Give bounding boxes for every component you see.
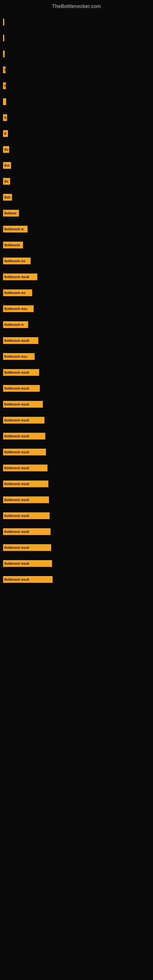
gap-spacer bbox=[3, 362, 150, 368]
bar-row: Bo bbox=[3, 145, 150, 154]
bar: B bbox=[3, 83, 6, 89]
bar bbox=[3, 19, 4, 25]
bar-row: Bottleneck re bbox=[3, 225, 150, 233]
bar-row: Bottlene bbox=[3, 209, 150, 218]
gap-spacer bbox=[3, 187, 150, 193]
gap-spacer bbox=[3, 378, 150, 384]
bar-label: Bottleneck re bbox=[4, 228, 24, 231]
gap-spacer bbox=[3, 458, 150, 464]
gap-spacer bbox=[3, 537, 150, 543]
gap-spacer bbox=[3, 298, 150, 304]
bar-row: Bottleneck result bbox=[3, 495, 150, 504]
bar-row: B bbox=[3, 65, 150, 74]
bar: Bottleneck result bbox=[3, 560, 52, 567]
gap-spacer bbox=[3, 139, 150, 145]
bar-label: Bottleneck result bbox=[4, 498, 29, 502]
bar: Bot bbox=[3, 162, 11, 169]
bar-label: Bottleneck result bbox=[4, 339, 29, 342]
bar-label: Bottleneck res bbox=[4, 291, 26, 294]
bar-row: Bottleneck result bbox=[3, 416, 150, 425]
bar: Bottleneck result bbox=[3, 528, 51, 535]
bar-label: Bottleneck result bbox=[4, 434, 29, 438]
bar-label: Bottleneck resu bbox=[4, 307, 27, 310]
bar-label: Bottleneck re bbox=[4, 323, 24, 326]
bar: Bottleneck result bbox=[3, 337, 38, 344]
gap-spacer bbox=[3, 489, 150, 495]
bar-row: Bottleneck bbox=[3, 241, 150, 249]
bar-label: Bottleneck result bbox=[4, 371, 29, 374]
bar-label: Bottleneck result bbox=[4, 450, 29, 454]
gap-spacer bbox=[3, 553, 150, 559]
gap-spacer bbox=[3, 107, 150, 113]
bar: Bottleneck result bbox=[3, 544, 51, 551]
bar-row: Bottleneck result bbox=[3, 368, 150, 377]
bar-label: B bbox=[4, 68, 5, 72]
gap-spacer bbox=[3, 250, 150, 257]
gap-spacer bbox=[3, 314, 150, 320]
bar bbox=[3, 35, 4, 41]
bar bbox=[3, 51, 5, 57]
bar: Bottleneck result bbox=[3, 576, 53, 583]
bar: Bottlene bbox=[3, 210, 19, 216]
bar-label: Bottleneck result bbox=[4, 482, 29, 486]
bar: Bottleneck result bbox=[3, 417, 45, 423]
bar: Bottleneck res bbox=[3, 258, 30, 264]
gap-spacer bbox=[3, 442, 150, 448]
bar-label: Bottleneck result bbox=[4, 403, 29, 406]
gap-spacer bbox=[3, 426, 150, 432]
gap-spacer bbox=[3, 569, 150, 575]
bar-label: Bot bbox=[4, 164, 10, 167]
gap-spacer bbox=[3, 474, 150, 480]
bar-label: Bottleneck result bbox=[4, 578, 29, 581]
gap-spacer bbox=[3, 394, 150, 400]
bar-row bbox=[3, 18, 150, 26]
bar-row: Bottleneck result bbox=[3, 527, 150, 536]
gap-spacer bbox=[3, 346, 150, 352]
bar-label: Bottleneck result bbox=[4, 387, 29, 390]
bar: Bottleneck res bbox=[3, 290, 32, 296]
bar-row: Bottleneck result bbox=[3, 384, 150, 393]
bar-row: Bottleneck result bbox=[3, 432, 150, 441]
gap-spacer bbox=[3, 235, 150, 241]
bar-label: Bottleneck bbox=[4, 243, 20, 247]
bar: Bottleneck re bbox=[3, 226, 27, 232]
bar-row: Bottleneck res bbox=[3, 288, 150, 297]
bar-label: Bo bbox=[4, 180, 8, 183]
gap-spacer bbox=[3, 410, 150, 416]
bar: B bbox=[3, 114, 7, 121]
bar-row: Bottleneck result bbox=[3, 448, 150, 456]
bars-container: BBBBBoBotBoBottBottleneBottleneck reBott… bbox=[0, 12, 153, 597]
bar: Bottleneck result bbox=[3, 369, 39, 376]
bar-label: Bottleneck result bbox=[4, 562, 29, 565]
gap-spacer bbox=[3, 219, 150, 225]
gap-spacer bbox=[3, 266, 150, 272]
gap-spacer bbox=[3, 27, 150, 34]
bar-label: B bbox=[4, 132, 6, 135]
bar: B bbox=[3, 67, 5, 73]
bar-row: Bottleneck result bbox=[3, 575, 150, 584]
bar: Bottleneck result bbox=[3, 385, 40, 392]
bar-label: B bbox=[4, 84, 6, 88]
bar-row: B bbox=[3, 129, 150, 138]
bar: Bottleneck result bbox=[3, 433, 45, 439]
bar-row: Bot bbox=[3, 161, 150, 170]
bar-label: Bottleneck res bbox=[4, 259, 26, 263]
bar: B bbox=[3, 130, 8, 137]
bar-label: Bottleneck result bbox=[4, 418, 29, 422]
bar-row: Bottleneck result bbox=[3, 559, 150, 568]
bar: Bottleneck bbox=[3, 242, 23, 248]
bar: Bo bbox=[3, 178, 10, 185]
site-title: TheBottlenecker.com bbox=[0, 0, 153, 12]
gap-spacer bbox=[3, 505, 150, 511]
gap-spacer bbox=[3, 75, 150, 81]
bar: Bottleneck result bbox=[3, 480, 48, 487]
bar-row: Bottleneck resu bbox=[3, 352, 150, 361]
gap-spacer bbox=[3, 203, 150, 209]
bar-row bbox=[3, 34, 150, 42]
bar: Bottleneck result bbox=[3, 449, 46, 455]
gap-spacer bbox=[3, 91, 150, 97]
bar-row: Bo bbox=[3, 177, 150, 186]
bar-row bbox=[3, 97, 150, 106]
bar-label: Bottleneck result bbox=[4, 530, 29, 533]
bar-row: Bottleneck result bbox=[3, 464, 150, 472]
